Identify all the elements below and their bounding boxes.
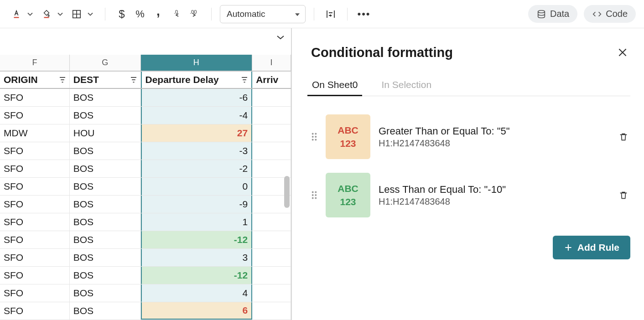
- table-row: SFOBOS-4: [0, 107, 291, 124]
- collapse-chevron-icon[interactable]: [274, 31, 287, 44]
- vertical-scrollbar[interactable]: [284, 176, 290, 208]
- filter-icon[interactable]: [58, 76, 67, 84]
- cell[interactable]: SFO: [0, 213, 70, 231]
- cell[interactable]: -2: [141, 160, 253, 177]
- cell[interactable]: BOS: [70, 213, 141, 231]
- cell[interactable]: BOS: [70, 178, 141, 195]
- text-color-button[interactable]: [8, 6, 25, 22]
- cell[interactable]: BOS: [70, 107, 141, 124]
- cell[interactable]: [252, 124, 291, 142]
- cell[interactable]: SFO: [0, 178, 70, 195]
- header-cell[interactable]: Arriv: [252, 72, 291, 88]
- grid-body: ORIGINDESTDeparture DelayArrivSFOBOS-6SF…: [0, 71, 291, 320]
- cell[interactable]: SFO: [0, 284, 70, 302]
- column-header-F[interactable]: F: [0, 55, 70, 71]
- data-button[interactable]: Data: [528, 5, 577, 23]
- cell[interactable]: 4: [141, 284, 253, 302]
- cell[interactable]: BOS: [70, 249, 141, 266]
- cell[interactable]: HOU: [70, 124, 141, 142]
- cell[interactable]: MDW: [0, 124, 70, 142]
- cell[interactable]: SFO: [0, 231, 70, 248]
- cell[interactable]: SFO: [0, 142, 70, 160]
- cell[interactable]: -12: [141, 267, 253, 284]
- percent-button[interactable]: %: [132, 6, 148, 22]
- rule-info: Less Than or Equal To: "-10"H1:H21474836…: [379, 184, 608, 207]
- cell[interactable]: SFO: [0, 302, 70, 320]
- borders-dropdown[interactable]: [87, 12, 94, 16]
- borders-button[interactable]: [68, 6, 85, 22]
- cell[interactable]: 1: [141, 213, 253, 231]
- column-header-G[interactable]: G: [70, 55, 141, 71]
- wrap-text-button[interactable]: [322, 6, 339, 22]
- cell[interactable]: [252, 284, 291, 302]
- cell[interactable]: [252, 213, 291, 231]
- header-cell[interactable]: Departure Delay: [141, 72, 253, 88]
- cell[interactable]: BOS: [70, 160, 141, 177]
- cell[interactable]: SFO: [0, 267, 70, 284]
- table-row: SFOBOS-12: [0, 267, 291, 284]
- cell[interactable]: BOS: [70, 302, 141, 320]
- fill-color-button[interactable]: [38, 6, 55, 22]
- table-row: SFOBOS-9: [0, 196, 291, 213]
- cell[interactable]: [252, 302, 291, 320]
- rule-info: Greater Than or Equal To: "5"H1:H2147483…: [379, 125, 608, 149]
- cell[interactable]: [252, 267, 291, 284]
- cell[interactable]: SFO: [0, 107, 70, 124]
- cell[interactable]: BOS: [70, 284, 141, 302]
- column-header-I[interactable]: I: [252, 55, 291, 71]
- cell[interactable]: 0: [141, 178, 253, 195]
- cell[interactable]: SFO: [0, 89, 70, 106]
- fill-color-dropdown[interactable]: [57, 12, 64, 16]
- cell[interactable]: [252, 107, 291, 124]
- cell[interactable]: [252, 142, 291, 160]
- cell[interactable]: 27: [141, 124, 253, 142]
- column-header-H[interactable]: H: [141, 55, 253, 71]
- number-format-select[interactable]: Automatic: [220, 5, 306, 23]
- increase-decimal-button[interactable]: .00: [187, 6, 203, 22]
- more-button[interactable]: •••: [356, 6, 372, 22]
- delete-rule-button[interactable]: [617, 188, 630, 202]
- cell[interactable]: [252, 89, 291, 106]
- drag-handle-icon[interactable]: [311, 132, 317, 142]
- header-cell[interactable]: DEST: [70, 72, 141, 88]
- svg-point-9: [315, 139, 317, 141]
- cell[interactable]: BOS: [70, 142, 141, 160]
- text-color-dropdown[interactable]: [26, 12, 34, 16]
- header-cell[interactable]: ORIGIN: [0, 72, 70, 88]
- cell[interactable]: [252, 249, 291, 266]
- decrease-decimal-button[interactable]: .0: [168, 6, 185, 22]
- delete-rule-button[interactable]: [617, 130, 630, 144]
- comma-button[interactable]: ,: [150, 6, 166, 22]
- add-rule-button[interactable]: Add Rule: [553, 236, 630, 259]
- cell[interactable]: -6: [141, 89, 253, 106]
- cell[interactable]: [252, 160, 291, 177]
- cell[interactable]: -3: [141, 142, 253, 160]
- svg-point-12: [312, 194, 314, 196]
- add-rule-label: Add Rule: [577, 242, 619, 253]
- toolbar: $ % , .0 .00 Automatic ••• Data Code: [0, 0, 644, 28]
- rule-item[interactable]: ABC123Greater Than or Equal To: "5"H1:H2…: [311, 114, 630, 159]
- cell[interactable]: BOS: [70, 89, 141, 106]
- cell[interactable]: SFO: [0, 249, 70, 266]
- close-button[interactable]: [615, 45, 630, 60]
- cell[interactable]: BOS: [70, 231, 141, 248]
- filter-icon[interactable]: [130, 76, 138, 84]
- cell[interactable]: [252, 231, 291, 248]
- cell[interactable]: 3: [141, 249, 253, 266]
- code-button[interactable]: Code: [584, 5, 636, 23]
- filter-icon[interactable]: [240, 76, 249, 84]
- cell[interactable]: -4: [141, 107, 253, 124]
- cell[interactable]: SFO: [0, 196, 70, 213]
- cell[interactable]: -12: [141, 231, 253, 248]
- tab-on-sheet[interactable]: On Sheet0: [311, 74, 358, 96]
- code-icon: [592, 9, 602, 19]
- tab-in-selection[interactable]: In Selection: [380, 74, 432, 96]
- cell[interactable]: -9: [141, 196, 253, 213]
- cell[interactable]: 6: [141, 302, 253, 320]
- drag-handle-icon[interactable]: [311, 190, 317, 200]
- cell[interactable]: SFO: [0, 160, 70, 177]
- currency-button[interactable]: $: [114, 6, 130, 22]
- rule-item[interactable]: ABC123Less Than or Equal To: "-10"H1:H21…: [311, 173, 630, 217]
- cell[interactable]: BOS: [70, 267, 141, 284]
- cell[interactable]: BOS: [70, 196, 141, 213]
